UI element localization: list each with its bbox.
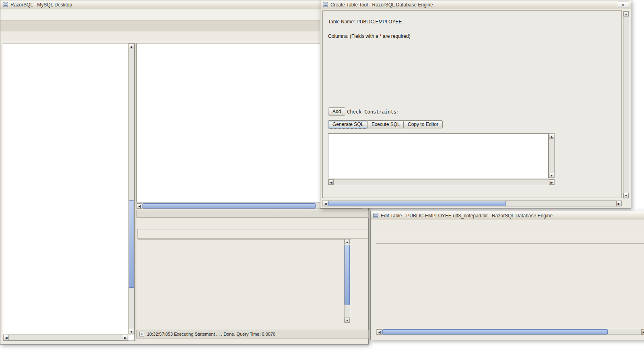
scroll-up-icon[interactable]: ▲ — [623, 11, 629, 17]
tree-vertical-scrollbar[interactable]: ▲ ▼ — [128, 43, 134, 334]
results-grid — [138, 239, 351, 239]
generated-sql-preview[interactable] — [328, 133, 549, 178]
scroll-up-icon[interactable]: ▲ — [129, 44, 134, 49]
scroll-right-icon[interactable]: ▶ — [549, 180, 554, 185]
preview-vertical-scrollbar[interactable]: ▲ ▼ — [549, 133, 555, 178]
edit-table-toolbar — [372, 230, 644, 241]
window-vertical-scrollbar[interactable]: ▲ ▼ — [623, 11, 629, 198]
database-tree-panel: ▲ ▼ ◀ ▶ — [3, 43, 135, 341]
table-name-label: Table Name: PUBLIC.EMPLOYEE — [328, 19, 402, 25]
main-window: RazorSQL - MySQL Desktop ▲ ▼ ◀ ▶ ▲ ▼ ◀ — [0, 0, 369, 345]
check-constraints-label: Check Constraints: — [347, 109, 399, 115]
copy-to-editor-button[interactable]: Copy to Editor — [403, 120, 443, 128]
create-table-window: Create Table Tool - RazorSQL Database En… — [320, 0, 631, 208]
main-titlebar[interactable]: RazorSQL - MySQL Desktop — [0, 0, 368, 9]
preview-horizontal-scrollbar[interactable]: ◀ ▶ — [328, 179, 555, 185]
scroll-left-icon[interactable]: ◀ — [323, 201, 328, 206]
database-tree — [3, 43, 128, 334]
execute-sql-button[interactable]: Execute SQL — [367, 120, 405, 128]
app-icon — [3, 2, 8, 7]
scroll-left-icon[interactable]: ◀ — [4, 335, 9, 340]
scroll-down-icon[interactable]: ▼ — [129, 329, 134, 334]
main-toolbar — [0, 31, 368, 42]
scroll-up-icon[interactable]: ▲ — [345, 239, 350, 244]
add-column-button[interactable]: Add — [328, 107, 345, 116]
window-hscroll-thumb[interactable] — [328, 201, 506, 206]
results-statusbar: ≡ 10:32:57:853 Executing Statement . . .… — [136, 330, 369, 338]
window-title: RazorSQL - MySQL Desktop — [10, 2, 72, 8]
scroll-down-icon[interactable]: ▼ — [623, 193, 629, 198]
status-grid-icon: ≡ — [139, 332, 144, 336]
scroll-left-icon[interactable]: ◀ — [377, 329, 382, 334]
create-table-titlebar[interactable]: Create Table Tool - RazorSQL Database En… — [320, 0, 631, 9]
edit-table-titlebar[interactable]: Edit Table - PUBLIC.EMPLOYEE utf8_notepa… — [371, 211, 644, 220]
scroll-up-icon[interactable]: ▲ — [549, 134, 554, 139]
scroll-down-icon[interactable]: ▼ — [549, 173, 554, 178]
menubar — [0, 10, 368, 21]
app-icon — [323, 2, 328, 7]
tree-vscroll-thumb[interactable] — [129, 200, 134, 287]
editor-statusbar — [136, 210, 369, 218]
scroll-right-icon[interactable]: ▶ — [641, 329, 644, 334]
results-vscroll-thumb[interactable] — [345, 245, 350, 305]
edit-hscroll-thumb[interactable] — [382, 329, 608, 334]
results-status-text: 10:32:57:853 Executing Statement . . . D… — [147, 332, 275, 336]
generate-sql-button[interactable]: Generate SQL — [328, 120, 368, 128]
window-horizontal-scrollbar[interactable]: ◀ ▶ — [322, 200, 622, 206]
edit-table-window: Edit Table - PUBLIC.EMPLOYEE utf8_notepa… — [370, 211, 644, 340]
edit-table-grid — [376, 243, 644, 244]
connection-tabs — [0, 21, 368, 31]
scroll-left-icon[interactable]: ◀ — [328, 180, 334, 185]
create-table-title: Create Table Tool - RazorSQL Database En… — [330, 2, 433, 8]
scroll-right-icon[interactable]: ▶ — [616, 201, 621, 206]
close-icon[interactable]: × — [618, 2, 628, 8]
edit-table-title: Edit Table - PUBLIC.EMPLOYEE utf8_notepa… — [381, 213, 553, 219]
columns-label: Columns: (Fields with a * are required) — [328, 33, 411, 39]
create-table-content: Table Name: PUBLIC.EMPLOYEE Columns: (Fi… — [322, 10, 622, 198]
tree-horizontal-scrollbar[interactable]: ◀ ▶ — [3, 334, 128, 341]
scroll-right-icon[interactable]: ▶ — [123, 335, 128, 340]
edit-table-horizontal-scrollbar[interactable]: ◀ ▶ — [376, 329, 644, 335]
editor-hscroll-thumb[interactable] — [142, 203, 316, 208]
results-toolbar — [137, 229, 368, 239]
desktop: RazorSQL - MySQL Desktop ▲ ▼ ◀ ▶ ▲ ▼ ◀ — [0, 0, 644, 355]
scroll-left-icon[interactable]: ◀ — [137, 203, 142, 208]
results-vertical-scrollbar[interactable]: ▲ ▼ — [344, 239, 350, 323]
scroll-down-icon[interactable]: ▼ — [345, 318, 350, 323]
app-icon — [373, 213, 378, 218]
